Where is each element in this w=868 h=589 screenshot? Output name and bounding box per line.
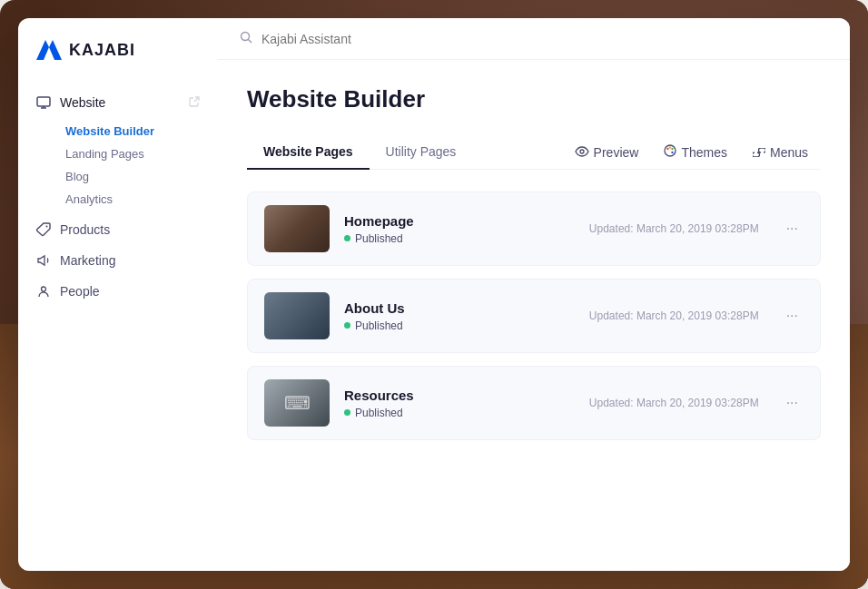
megaphone-icon xyxy=(36,253,51,268)
svg-line-8 xyxy=(249,40,252,44)
main-content: Website Builder Website Pages Utility Pa… xyxy=(218,18,850,571)
sidebar-item-analytics[interactable]: Analytics xyxy=(58,188,218,211)
svg-point-5 xyxy=(46,226,48,228)
tab-website-pages[interactable]: Website Pages xyxy=(247,135,370,170)
logo-area: KAJABI xyxy=(18,18,218,78)
svg-point-9 xyxy=(580,150,584,153)
sidebar-item-people-label: People xyxy=(60,284,100,299)
svg-marker-0 xyxy=(36,40,49,60)
tab-action-themes[interactable]: Themes xyxy=(651,137,740,167)
tab-action-preview[interactable]: Preview xyxy=(562,138,652,167)
page-name-aboutus: About Us xyxy=(344,300,575,316)
eye-icon xyxy=(575,145,589,160)
palette-icon xyxy=(664,144,676,160)
tab-action-menus[interactable]: Menus xyxy=(740,138,821,167)
sidebar-item-marketing-label: Marketing xyxy=(60,253,115,268)
page-menu-button-aboutus[interactable]: ··· xyxy=(781,304,804,328)
sidebar-item-products[interactable]: Products xyxy=(18,214,218,245)
tabs-bar: Website Pages Utility Pages Preview xyxy=(247,135,821,170)
external-link-icon xyxy=(189,95,200,110)
svg-rect-2 xyxy=(37,97,50,106)
svg-marker-1 xyxy=(49,40,62,60)
page-menu-button-homepage[interactable]: ··· xyxy=(781,217,804,241)
tag-icon xyxy=(36,222,51,237)
page-updated-homepage: Updated: March 20, 2019 03:28PM xyxy=(589,222,759,235)
page-thumbnail-homepage xyxy=(264,205,330,252)
svg-point-6 xyxy=(42,287,46,291)
page-content: Website Builder Website Pages Utility Pa… xyxy=(218,60,850,571)
page-thumbnail-resources xyxy=(264,379,330,427)
sidebar-item-products-label: Products xyxy=(60,222,110,237)
page-updated-resources: Updated: March 20, 2019 03:28PM xyxy=(589,397,759,409)
table-row: Resources Published Updated: March 20, 2… xyxy=(247,366,821,440)
tab-utility-pages[interactable]: Utility Pages xyxy=(370,135,473,170)
page-info-resources: Resources Published xyxy=(344,388,575,419)
sidebar: KAJABI Website xyxy=(18,18,218,571)
nav-section-website: Website Website Builder Landing Pages Bl… xyxy=(18,87,218,211)
link-icon xyxy=(753,145,765,160)
svg-point-14 xyxy=(672,152,674,153)
logo-icon xyxy=(36,40,62,60)
page-thumbnail-aboutus xyxy=(264,292,330,339)
sidebar-item-website[interactable]: Website xyxy=(18,87,218,118)
logo-text: KAJABI xyxy=(69,41,135,60)
page-updated-aboutus: Updated: March 20, 2019 03:28PM xyxy=(589,309,759,322)
page-info-homepage: Homepage Published xyxy=(344,213,575,245)
table-row: Homepage Published Updated: March 20, 20… xyxy=(247,191,821,266)
status-dot xyxy=(344,322,350,329)
page-status-homepage: Published xyxy=(344,232,575,245)
search-input[interactable] xyxy=(261,32,828,46)
page-status-aboutus: Published xyxy=(344,319,575,332)
page-name-resources: Resources xyxy=(344,388,575,403)
sidebar-item-blog[interactable]: Blog xyxy=(58,165,218,188)
person-icon xyxy=(36,284,51,299)
page-name-homepage: Homepage xyxy=(344,213,575,229)
search-icon xyxy=(240,31,252,46)
table-row: About Us Published Updated: March 20, 20… xyxy=(247,279,821,353)
svg-point-13 xyxy=(672,148,674,150)
page-status-resources: Published xyxy=(344,407,575,419)
search-bar xyxy=(218,18,850,60)
sidebar-item-landing-pages[interactable]: Landing Pages xyxy=(58,142,218,165)
svg-point-7 xyxy=(242,33,250,41)
website-sub-items: Website Builder Landing Pages Blog Analy… xyxy=(18,120,218,211)
status-dot xyxy=(344,409,350,416)
page-menu-button-resources[interactable]: ··· xyxy=(781,391,804,415)
status-dot xyxy=(344,235,350,241)
sidebar-item-website-builder[interactable]: Website Builder xyxy=(58,120,218,142)
app-container: KAJABI Website xyxy=(18,18,850,571)
sidebar-item-people[interactable]: People xyxy=(18,276,218,307)
page-info-aboutus: About Us Published xyxy=(344,300,575,332)
page-title: Website Builder xyxy=(247,85,821,113)
svg-point-11 xyxy=(667,148,669,150)
monitor-icon xyxy=(36,95,51,110)
sidebar-nav: Website Website Builder Landing Pages Bl… xyxy=(18,78,218,571)
sidebar-item-website-label: Website xyxy=(60,95,105,110)
sidebar-item-marketing[interactable]: Marketing xyxy=(18,245,218,276)
svg-point-12 xyxy=(669,146,671,148)
pages-list: Homepage Published Updated: March 20, 20… xyxy=(247,191,821,440)
